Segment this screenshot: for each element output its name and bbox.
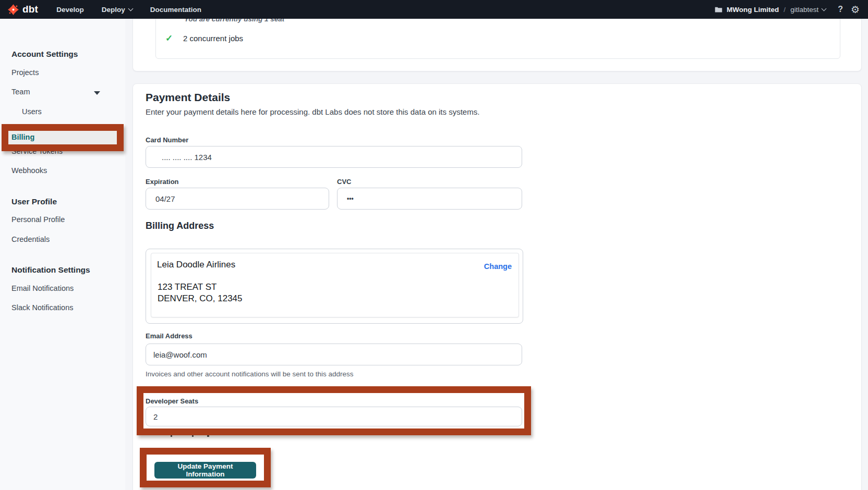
billing-address-line2: DENVER, CO, 12345 bbox=[158, 293, 243, 304]
billing-address-name: Leia Doodle Airlines bbox=[157, 260, 235, 270]
sidebar-item-slack-notifications[interactable]: Slack Notifications bbox=[11, 303, 73, 312]
billing-address-line1: 123 TREAT ST bbox=[158, 281, 216, 293]
project-name: gitlabtest bbox=[790, 6, 818, 14]
sidebar-heading-account-settings: Account Settings bbox=[11, 50, 78, 59]
card-number-input[interactable] bbox=[146, 146, 522, 168]
email-address-input[interactable] bbox=[146, 344, 522, 365]
obscured-text-fragment bbox=[207, 435, 209, 437]
folder-icon bbox=[715, 6, 722, 13]
payment-card: Payment Details Enter your payment detai… bbox=[132, 83, 862, 490]
sidebar-item-billing[interactable]: Billing bbox=[11, 133, 34, 141]
expiration-input[interactable] bbox=[146, 188, 329, 210]
project-switcher[interactable]: gitlabtest bbox=[790, 6, 826, 14]
obscured-text-fragment bbox=[171, 435, 172, 437]
billing-address-inner: Leia Doodle Airlines Change 123 TREAT ST… bbox=[151, 253, 519, 317]
sidebar-item-webhooks[interactable]: Webhooks bbox=[11, 166, 47, 175]
nav-item-deploy[interactable]: Deploy bbox=[102, 6, 132, 14]
sidebar-item-projects[interactable]: Projects bbox=[11, 68, 39, 77]
email-address-label: Email Address bbox=[146, 332, 192, 340]
sidebar-item-personal-profile[interactable]: Personal Profile bbox=[11, 215, 65, 224]
developer-seats-label: Developer Seats bbox=[146, 397, 198, 405]
expiration-label: Expiration bbox=[146, 178, 179, 186]
top-navbar: dbt Develop Deploy Documentation MWong L… bbox=[0, 0, 868, 19]
account-name: MWong Limited bbox=[727, 6, 779, 14]
sidebar-heading-notification-settings: Notification Settings bbox=[11, 265, 90, 275]
dbt-logo-icon bbox=[7, 4, 19, 16]
sidebar-heading-user-profile: User Profile bbox=[11, 197, 57, 206]
obscured-text-fragment bbox=[192, 435, 194, 437]
brand-text: dbt bbox=[22, 4, 38, 15]
billing-address-title: Billing Address bbox=[146, 220, 214, 231]
chevron-down-icon bbox=[128, 6, 133, 11]
navbar-right: MWong Limited / gitlabtest ? ⚙ bbox=[715, 5, 868, 15]
email-helper-text: Invoices and other account notifications… bbox=[146, 370, 353, 378]
sidebar-item-email-notifications[interactable]: Email Notifications bbox=[11, 284, 74, 292]
usage-feature-text: 2 concurrent jobs bbox=[183, 34, 243, 43]
account-switcher[interactable]: MWong Limited bbox=[715, 6, 779, 14]
cvc-label: CVC bbox=[337, 178, 351, 186]
payment-details-title: Payment Details bbox=[146, 91, 230, 104]
developer-seats-input[interactable] bbox=[146, 407, 522, 426]
dbt-brand[interactable]: dbt bbox=[0, 4, 47, 16]
help-icon[interactable]: ? bbox=[838, 5, 843, 14]
card-number-label: Card Number bbox=[146, 136, 188, 144]
gear-icon[interactable]: ⚙ bbox=[851, 5, 860, 15]
change-address-link[interactable]: Change bbox=[484, 262, 512, 271]
nav-item-develop[interactable]: Develop bbox=[56, 6, 84, 14]
chevron-down-icon[interactable] bbox=[94, 91, 100, 95]
update-payment-button[interactable]: Update Payment Information bbox=[154, 462, 256, 479]
cvc-input[interactable] bbox=[337, 188, 522, 210]
nav-item-documentation[interactable]: Documentation bbox=[150, 6, 201, 14]
sidebar-item-users[interactable]: Users bbox=[22, 107, 42, 116]
sidebar: Account Settings Projects Team Users Bil… bbox=[0, 19, 125, 490]
chevron-down-icon bbox=[822, 6, 827, 11]
breadcrumb-separator: / bbox=[783, 6, 786, 14]
sidebar-item-team[interactable]: Team bbox=[11, 88, 30, 96]
nav-item-deploy-label: Deploy bbox=[102, 6, 125, 14]
sidebar-item-credentials[interactable]: Credentials bbox=[11, 235, 50, 243]
payment-details-description: Enter your payment details here for proc… bbox=[146, 107, 479, 116]
billing-address-box: Leia Doodle Airlines Change 123 TREAT ST… bbox=[146, 249, 523, 324]
check-icon: ✓ bbox=[165, 34, 173, 43]
sidebar-item-service-tokens[interactable]: Service Tokens bbox=[11, 147, 63, 155]
usage-card: You are currently using 1 seat ✓ 2 concu… bbox=[132, 10, 862, 71]
